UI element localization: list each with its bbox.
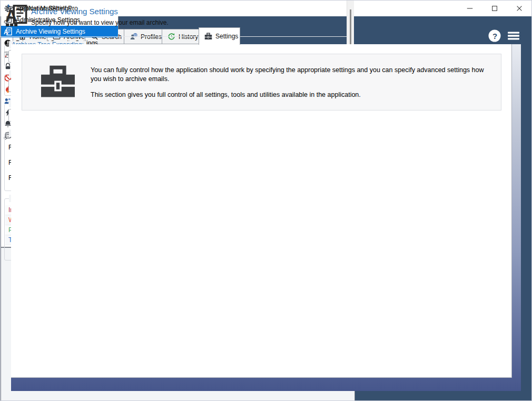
- intro-paragraph: This section gives you full control of a…: [91, 91, 496, 99]
- briefcase-large-icon: [39, 65, 77, 101]
- minimize-button[interactable]: [461, 3, 478, 14]
- intro-box: You can fully control how the applicatio…: [22, 54, 501, 111]
- sidebar-item-label: Archive Viewing Settings: [16, 28, 85, 35]
- intro-paragraph: You can fully control how the applicatio…: [91, 66, 496, 84]
- archive-view-icon: [4, 27, 12, 36]
- tab-settings[interactable]: Settings: [199, 27, 240, 45]
- close-button[interactable]: [511, 3, 528, 14]
- maximize-button[interactable]: [486, 3, 503, 14]
- menu-button[interactable]: [507, 31, 520, 41]
- app-window: zebNet MailShelf Pro Home Archive Search…: [0, 0, 532, 401]
- tab-label: Settings: [215, 33, 238, 40]
- settings-briefcase-icon: [204, 33, 212, 40]
- help-button[interactable]: [488, 29, 501, 42]
